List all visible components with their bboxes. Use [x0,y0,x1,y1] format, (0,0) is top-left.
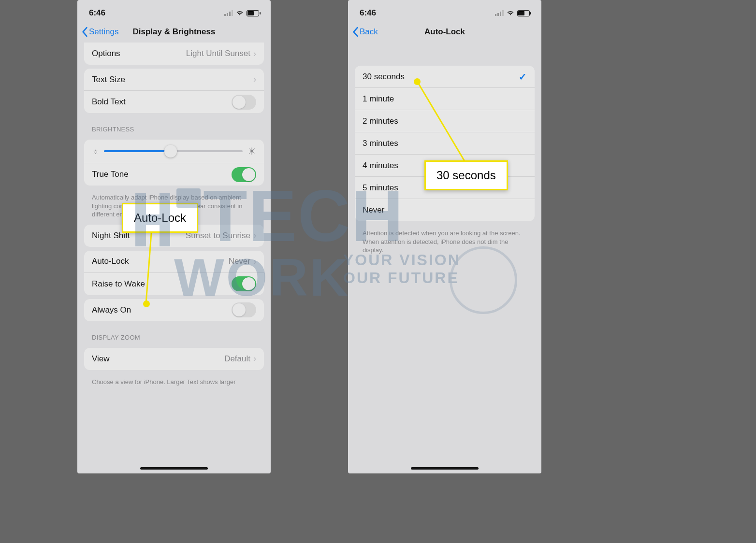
autolock-option-row[interactable]: 2 minutes [355,110,535,132]
view-label: View [92,354,110,364]
back-label: Back [360,27,378,37]
display-zoom-header: DISPLAY ZOOM [77,325,271,344]
text-group: Text Size › Bold Text [84,69,264,113]
true-tone-toggle[interactable] [232,167,256,182]
options-row[interactable]: Options Light Until Sunset› [84,43,264,65]
sun-small-icon: ☼ [92,147,99,156]
autolock-content[interactable]: 30 seconds✓1 minute2 minutes3 minutes4 m… [348,43,541,473]
auto-lock-value: Never [229,257,250,266]
text-size-label: Text Size [92,75,125,85]
status-bar: 6:46 [77,0,271,21]
callout-dot [143,300,150,307]
autolock-option-label: 3 minutes [363,139,398,148]
lock-group: Auto-Lock Never› Raise to Wake [84,251,264,295]
phone-screenshot-right: 6:46 Back Auto-Lock 30 seconds✓1 minute2… [348,0,541,473]
brightness-header: BRIGHTNESS [77,117,271,136]
autolock-option-row[interactable]: Never [355,199,535,221]
status-icons [224,10,259,16]
chevron-left-icon [81,27,88,37]
bold-text-label: Bold Text [92,97,126,107]
chevron-right-icon: › [253,230,256,241]
display-zoom-group: View Default› [84,348,264,370]
home-indicator[interactable] [140,467,208,470]
auto-lock-row[interactable]: Auto-Lock Never› [84,251,264,273]
wifi-icon [507,10,514,16]
brightness-group: ☼ ☀ True Tone [84,140,264,186]
autolock-option-label: 4 minutes [363,161,398,171]
callout-30-seconds: 30 seconds [424,160,508,190]
back-label: Settings [89,27,118,37]
brightness-slider[interactable] [104,150,243,152]
always-on-group: Always On [84,299,264,321]
home-indicator[interactable] [411,467,479,470]
status-icons [495,10,530,16]
sun-large-icon: ☀ [247,145,256,157]
autolock-option-label: 1 minute [363,94,394,104]
auto-lock-label: Auto-Lock [92,257,129,266]
view-value: Default [224,354,250,364]
brightness-slider-row[interactable]: ☼ ☀ [84,140,264,163]
always-on-row[interactable]: Always On [84,299,264,321]
callout-label: Auto-Lock [134,211,186,224]
bold-text-row[interactable]: Bold Text [84,91,264,113]
text-size-row[interactable]: Text Size › [84,69,264,91]
view-row[interactable]: View Default› [84,348,264,370]
settings-content[interactable]: Options Light Until Sunset› Text Size › … [77,43,271,473]
autolock-option-label: 30 seconds [363,72,405,82]
chevron-right-icon: › [253,257,256,267]
chevron-right-icon: › [253,74,256,85]
raise-to-wake-toggle[interactable] [232,276,256,291]
view-description: Choose a view for iPhone. Larger Text sh… [77,374,271,388]
attention-description: Attention is detected when you are looki… [348,225,541,257]
true-tone-label: True Tone [92,170,129,179]
callout-label: 30 seconds [436,169,496,182]
battery-icon [247,10,259,16]
status-bar: 6:46 [348,0,541,21]
checkmark-icon: ✓ [519,71,527,83]
back-button[interactable]: Settings [81,27,118,37]
appearance-group: Options Light Until Sunset› [84,43,264,65]
raise-to-wake-row[interactable]: Raise to Wake [84,273,264,295]
autolock-option-row[interactable]: 3 minutes [355,132,535,155]
cellular-icon [495,10,504,16]
chevron-right-icon: › [253,354,256,364]
wifi-icon [236,10,244,16]
autolock-options-group: 30 seconds✓1 minute2 minutes3 minutes4 m… [355,66,535,221]
options-value: Light Until Sunset [186,49,250,58]
back-button[interactable]: Back [352,27,378,37]
status-time: 6:46 [360,8,376,18]
phone-screenshot-left: 6:46 Settings Display & Brightness Optio… [77,0,271,473]
raise-to-wake-label: Raise to Wake [92,279,145,289]
chevron-left-icon [352,27,359,37]
page-title: Auto-Lock [424,27,465,37]
autolock-option-row[interactable]: 30 seconds✓ [355,66,535,88]
nav-bar: Back Auto-Lock [348,21,541,43]
true-tone-row[interactable]: True Tone [84,163,264,186]
battery-icon [517,10,530,16]
options-label: Options [92,49,120,58]
status-time: 6:46 [89,8,105,18]
autolock-option-label: 2 minutes [363,116,398,126]
autolock-option-label: Never [363,205,384,215]
autolock-option-label: 5 minutes [363,183,398,193]
always-on-toggle[interactable] [232,302,256,317]
callout-autolock: Auto-Lock [122,203,198,233]
page-title: Display & Brightness [133,27,216,37]
cellular-icon [224,10,233,16]
callout-dot [414,78,421,85]
autolock-option-row[interactable]: 1 minute [355,88,535,110]
bold-text-toggle[interactable] [232,95,256,110]
chevron-right-icon: › [253,49,256,59]
always-on-label: Always On [92,305,131,315]
nav-bar: Settings Display & Brightness [77,21,271,43]
